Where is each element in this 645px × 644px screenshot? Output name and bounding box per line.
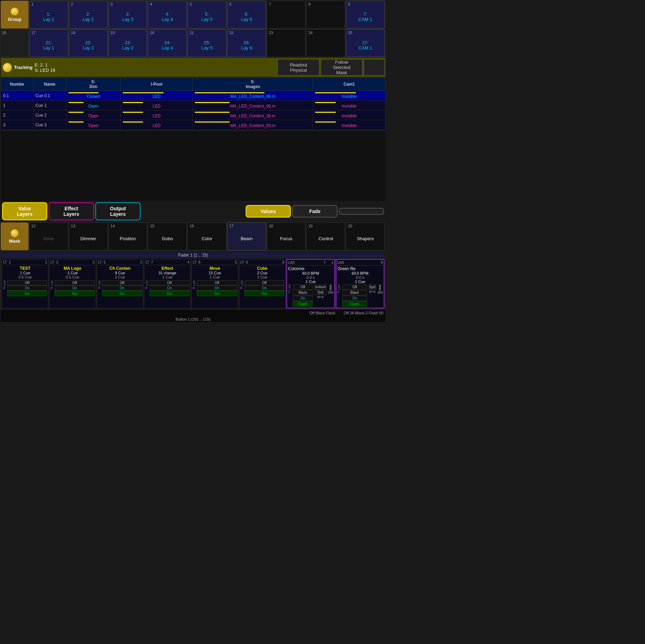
mask-cell-color[interactable]: 16 Color: [188, 222, 226, 250]
tracking-extra-button[interactable]: [364, 59, 385, 76]
cue-table: Numbe Name 5:Dim I-Pool 5:Images Cam1 0.…: [1, 78, 385, 130]
ctrl-row-1: Off On Go: [7, 280, 47, 296]
ltp-col-3: LTP 0: [98, 280, 102, 296]
group-cell-r2-7[interactable]: 23: [267, 29, 306, 57]
greenre-on: On: [342, 296, 367, 301]
group-cell-num-5: 5: [190, 2, 224, 6]
ltp-col-2: LTP 0: [50, 280, 54, 296]
group-cell-name-1: 1:Lay 1: [31, 6, 66, 27]
cue-num-1: 1: [1, 101, 33, 110]
greenre-lt-label: LAS: [337, 261, 344, 265]
ctrl-on-6: On: [245, 285, 284, 291]
extra-button[interactable]: [339, 208, 384, 215]
mask-cell-gobo[interactable]: 15 Gobo: [148, 222, 187, 250]
values-button[interactable]: Values: [246, 205, 291, 218]
track-header-6: LT 6 6: [240, 260, 284, 265]
group-cell-num-2: 2: [71, 2, 106, 6]
group-cell-2[interactable]: 2 2:Lay 2: [69, 1, 108, 29]
output-layers-button[interactable]: OutputLayers: [95, 202, 141, 220]
cue-pool-0: LED: [120, 91, 193, 101]
mask-cell-focus[interactable]: 18 Focus: [267, 222, 306, 250]
lt-id-2: 2: [93, 260, 95, 264]
colormix-flash[interactable]: Flash: [293, 301, 313, 307]
group-cell-4[interactable]: 4 4:Lay 4: [148, 1, 187, 29]
group-cell-r2-8[interactable]: 24: [306, 29, 345, 57]
group-cell-num-9: 9: [348, 2, 383, 6]
group-cell-r2-name-4: 24:Lay 4: [150, 35, 185, 56]
group-cell-r2-3[interactable]: 19 23:Lay 3: [109, 29, 148, 57]
mask-cell-name-dimmer: Dimmer: [71, 228, 106, 249]
go-btn-2[interactable]: Go: [55, 291, 94, 296]
col-header-name: Name: [33, 78, 66, 91]
go-btn-5[interactable]: Go: [197, 291, 237, 296]
cue-images-2: MA_LED_Content_38.m: [193, 110, 313, 120]
readout-physical-button[interactable]: ReadoutPhysical: [278, 59, 319, 76]
effect-layers-button[interactable]: EffectLayers: [49, 202, 94, 220]
follow-selected-mask-button[interactable]: FollowSelectedMask: [321, 59, 363, 76]
group-cell-9[interactable]: 9 7:CAM 1: [346, 1, 385, 29]
fader-track-6: LT 6 6 Cube 2 Cue 1 Cue LTP 0 Off On Go: [239, 259, 286, 308]
mask-label-text: Mask: [9, 238, 21, 244]
group-cell-3[interactable]: 3 3:Lay 3: [109, 1, 148, 29]
button-label: Button 1 (101 .. 115): [1, 316, 385, 322]
cue-row-1[interactable]: 1 Cue 1 Open LED MA_LED_Content_06.m Inv…: [1, 101, 385, 110]
group-cell-r2-name-6: 26:Lay 6: [229, 35, 264, 56]
mask-cell-position[interactable]: 14 Position: [109, 222, 148, 250]
track-cue2-6: 1 Cue: [240, 275, 284, 279]
group-cell-r2-4[interactable]: 20 24:Lay 4: [148, 29, 187, 57]
colormix-btns: Off Black On Flash: [293, 284, 313, 307]
cue-row-0[interactable]: 0.1 Cue 0.1 Closed LED MA_LED_Content_06…: [1, 91, 385, 101]
fade-button[interactable]: Fade: [292, 205, 337, 218]
mask-cell-control[interactable]: 19 Control: [306, 222, 345, 250]
mask-cell-none[interactable]: 12 None: [29, 222, 68, 250]
off-28-black-2-flash-60-label: Off 28 Black 2 Flash 60: [343, 310, 384, 316]
mask-dot: [11, 229, 18, 237]
go-btn-4[interactable]: Go: [150, 291, 189, 296]
cue-row-2[interactable]: 2 Cue 2 Open LED MA_LED_Content_38.m Inv…: [1, 110, 385, 120]
greenre-name: Green Re: [337, 266, 383, 271]
cue-pool-3: LED: [120, 120, 193, 130]
cue-name-0: Cue 0.1: [33, 91, 66, 101]
group-cell-r2-2[interactable]: 18 22:Lay 2: [69, 29, 108, 57]
group-cell-8[interactable]: 8: [306, 1, 345, 29]
group-cell-6[interactable]: 6 6:Lay 6: [227, 1, 266, 29]
group-cell-r2-1[interactable]: 17 21:Lay 1: [29, 29, 68, 57]
colormix-on: On: [293, 296, 313, 301]
group-cell-name-2: 2:Lay 2: [71, 6, 106, 27]
go-btn-6[interactable]: Go: [245, 291, 284, 296]
mask-cell-beam[interactable]: 17 Beam: [227, 222, 266, 250]
fader-track-1: LT 1 1 TEST 1 Cue 0.5 Cue LTP 0 Off On G…: [2, 259, 48, 308]
mask-cell-name-none: None: [31, 228, 66, 249]
colormix-lt-label: LAS: [288, 261, 295, 265]
ctrl-row-5: Off On Go: [197, 280, 237, 296]
group-cell-num-4: 4: [150, 2, 185, 6]
layer-buttons-row: ValueLayers EffectLayers OutputLayers Va…: [1, 201, 385, 222]
mask-cell-name-focus: Focus: [269, 228, 304, 249]
group-cell-r2-9[interactable]: 25 27:CAM 1: [346, 29, 385, 57]
colormix-mstr-label: Mstr: [329, 284, 332, 291]
group-cell-r2-6[interactable]: 22 26:Lay 6: [227, 29, 266, 57]
group-cell-7[interactable]: 7: [267, 1, 306, 29]
mask-cell-dimmer[interactable]: 13 Dimmer: [69, 222, 108, 250]
mask-cell-num-18: 18: [269, 224, 304, 228]
cue-row-3[interactable]: 3 Cue 3 Open LED MA_LED_Content_03.m Inv…: [1, 120, 385, 130]
mask-cell-name-color: Color: [190, 228, 224, 249]
lt-id-3: 3: [140, 260, 142, 264]
mask-cell-shapers[interactable]: 20 Shapers: [346, 222, 385, 250]
track-header-2: LT 3 2: [50, 260, 94, 265]
col-header-cam1: Cam1: [313, 78, 385, 91]
greenre-flash[interactable]: Flash: [342, 301, 367, 307]
colormix-mstr-val: 100: [328, 291, 333, 294]
ctrl-off-6: Off: [245, 280, 284, 285]
group-cell-5[interactable]: 5 5:Lay 5: [188, 1, 226, 29]
value-layers-button[interactable]: ValueLayers: [2, 202, 47, 220]
fader-header: Fader 1 (1 .. 15): [2, 252, 384, 258]
group-cell-r2-5[interactable]: 21 25:Lay 5: [188, 29, 226, 57]
group-cell-1[interactable]: 1 1:Lay 1: [29, 1, 68, 29]
group-label-text: Group: [8, 17, 22, 22]
go-btn-1[interactable]: Go: [7, 291, 47, 296]
greenre-extra: Spd 60 B: [368, 284, 376, 307]
colormix-track: LAS 7 1 Colormix 60.0 BPM 0.0 s 1 Cue LT…: [286, 259, 335, 308]
colormix-time: 0.0 s: [288, 275, 333, 280]
go-btn-3[interactable]: Go: [102, 291, 142, 296]
